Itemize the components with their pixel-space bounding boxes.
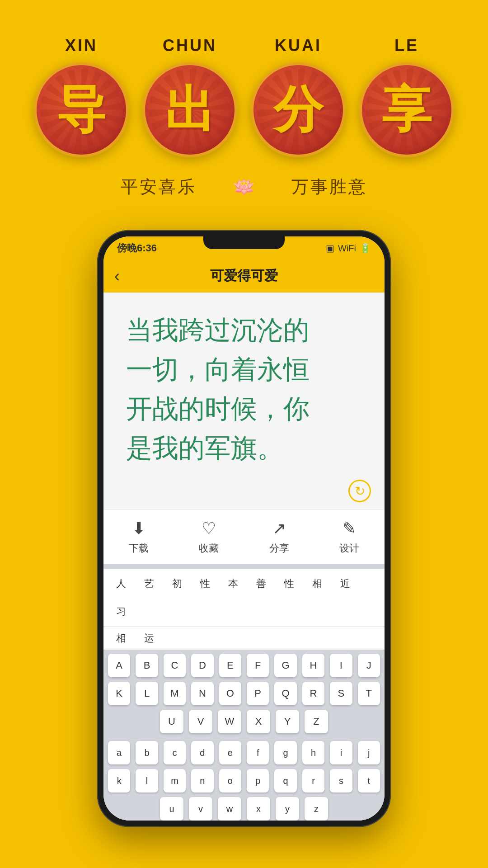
char-item-chun: CHUN 出 bbox=[142, 36, 237, 157]
char-chinese-le: 享 bbox=[382, 85, 432, 135]
key-h[interactable]: h bbox=[302, 741, 324, 764]
key-P[interactable]: P bbox=[247, 682, 269, 705]
key-M[interactable]: M bbox=[164, 682, 186, 705]
app-header: ‹ 可爱得可爱 bbox=[103, 260, 385, 292]
char-item-le: LE 享 bbox=[359, 36, 454, 157]
key-e[interactable]: e bbox=[219, 741, 241, 764]
key-i[interactable]: i bbox=[330, 741, 352, 764]
key-O[interactable]: O bbox=[219, 682, 241, 705]
suggestion-0[interactable]: 人 bbox=[113, 575, 130, 592]
suggestion-8[interactable]: 近 bbox=[337, 575, 354, 592]
key-r[interactable]: r bbox=[302, 769, 324, 793]
download-button[interactable]: ⬇ 下载 bbox=[129, 519, 149, 555]
key-K[interactable]: K bbox=[108, 682, 130, 705]
key-F[interactable]: F bbox=[247, 654, 269, 677]
key-V[interactable]: V bbox=[189, 710, 212, 733]
char-circle-xin: 导 bbox=[34, 62, 129, 157]
suggestion-s2[interactable]: 运 bbox=[141, 630, 158, 647]
key-s[interactable]: s bbox=[330, 769, 352, 793]
key-B[interactable]: B bbox=[136, 654, 158, 677]
main-text: 当我跨过沉沦的一切，向着永恒开战的时候，你是我的军旗。 bbox=[126, 311, 362, 468]
key-row-lower3: u v w x y z bbox=[108, 797, 380, 821]
key-H[interactable]: H bbox=[302, 654, 324, 677]
design-button[interactable]: ✎ 设计 bbox=[339, 519, 359, 555]
key-Z[interactable]: Z bbox=[305, 710, 328, 733]
suggestion-5[interactable]: 善 bbox=[253, 575, 270, 592]
key-c[interactable]: c bbox=[164, 741, 186, 764]
key-w[interactable]: w bbox=[218, 797, 241, 821]
key-f[interactable]: f bbox=[247, 741, 269, 764]
key-Y[interactable]: Y bbox=[276, 710, 299, 733]
char-circle-le: 享 bbox=[359, 62, 454, 157]
key-Q[interactable]: Q bbox=[274, 682, 296, 705]
key-y[interactable]: y bbox=[276, 797, 299, 821]
suggestion-2[interactable]: 初 bbox=[169, 575, 186, 592]
key-T[interactable]: T bbox=[358, 682, 380, 705]
key-D[interactable]: D bbox=[191, 654, 213, 677]
key-b[interactable]: b bbox=[136, 741, 158, 764]
signal-icon: ▣ bbox=[326, 243, 334, 254]
key-C[interactable]: C bbox=[164, 654, 186, 677]
key-m[interactable]: m bbox=[164, 769, 186, 793]
phone-notch bbox=[203, 236, 285, 249]
key-l[interactable]: l bbox=[136, 769, 158, 793]
heart-icon: ♡ bbox=[202, 519, 216, 538]
share-button[interactable]: ↗ 分享 bbox=[269, 519, 289, 555]
key-p[interactable]: p bbox=[247, 769, 269, 793]
key-t[interactable]: t bbox=[358, 769, 380, 793]
key-o[interactable]: o bbox=[219, 769, 241, 793]
suggestion-6[interactable]: 性 bbox=[281, 575, 298, 592]
favorite-button[interactable]: ♡ 收藏 bbox=[199, 519, 219, 555]
key-u[interactable]: u bbox=[160, 797, 183, 821]
action-bar: ⬇ 下载 ♡ 收藏 ↗ 分享 ✎ 设计 bbox=[103, 509, 385, 564]
key-g[interactable]: g bbox=[274, 741, 296, 764]
suggestion-3[interactable]: 性 bbox=[197, 575, 214, 592]
key-j[interactable]: j bbox=[358, 741, 380, 764]
back-button[interactable]: ‹ bbox=[114, 267, 120, 286]
suggestion-9[interactable]: 习 bbox=[113, 603, 130, 620]
key-U[interactable]: U bbox=[160, 710, 183, 733]
key-q[interactable]: q bbox=[274, 769, 296, 793]
key-x[interactable]: x bbox=[247, 797, 270, 821]
char-chinese-chun: 出 bbox=[165, 85, 215, 135]
wifi-icon: WiFi bbox=[338, 243, 356, 254]
key-n[interactable]: n bbox=[191, 769, 213, 793]
download-icon: ⬇ bbox=[132, 519, 145, 538]
key-G[interactable]: G bbox=[274, 654, 296, 677]
key-N[interactable]: N bbox=[191, 682, 213, 705]
keyboard-divider bbox=[108, 738, 380, 738]
key-J[interactable]: J bbox=[358, 654, 380, 677]
key-d[interactable]: d bbox=[191, 741, 213, 764]
key-W[interactable]: W bbox=[218, 710, 241, 733]
key-A[interactable]: A bbox=[108, 654, 130, 677]
phone-section: 傍晚6:36 ▣ WiFi 🔋 ‹ 可爱得可爱 当我跨过沉沦的一切，向着永恒开战… bbox=[0, 230, 488, 845]
key-z[interactable]: z bbox=[305, 797, 328, 821]
key-L[interactable]: L bbox=[136, 682, 158, 705]
keyboard-rows: A B C D E F G H I J K L M bbox=[103, 650, 385, 821]
key-v[interactable]: v bbox=[189, 797, 212, 821]
refresh-button[interactable]: ↻ bbox=[348, 480, 371, 502]
subtitle-row: 平安喜乐 🪷 万事胜意 bbox=[18, 175, 470, 198]
suggestion-s1[interactable]: 相 bbox=[113, 630, 130, 647]
key-X[interactable]: X bbox=[247, 710, 270, 733]
suggestion-7[interactable]: 相 bbox=[309, 575, 326, 592]
key-row-lower1: a b c d e f g h i j bbox=[108, 741, 380, 764]
download-label: 下载 bbox=[129, 542, 149, 555]
key-I[interactable]: I bbox=[330, 654, 352, 677]
design-label: 设计 bbox=[339, 542, 359, 555]
phone-screen: 傍晚6:36 ▣ WiFi 🔋 ‹ 可爱得可爱 当我跨过沉沦的一切，向着永恒开战… bbox=[103, 236, 385, 821]
suggestion-4[interactable]: 本 bbox=[225, 575, 242, 592]
key-S[interactable]: S bbox=[330, 682, 352, 705]
suggestion-1[interactable]: 艺 bbox=[141, 575, 158, 592]
key-a[interactable]: a bbox=[108, 741, 130, 764]
char-circle-kuai: 分 bbox=[251, 62, 346, 157]
key-R[interactable]: R bbox=[302, 682, 324, 705]
keyboard-suggestions: 人 艺 初 性 本 善 性 相 近 习 bbox=[103, 569, 385, 627]
char-chinese-kuai: 分 bbox=[273, 85, 323, 135]
favorite-label: 收藏 bbox=[199, 542, 219, 555]
key-E[interactable]: E bbox=[219, 654, 241, 677]
char-label-le: LE bbox=[394, 36, 419, 55]
lotus-icon: 🪷 bbox=[233, 176, 255, 198]
key-k[interactable]: k bbox=[108, 769, 130, 793]
subtitle-right: 万事胜意 bbox=[291, 175, 367, 198]
